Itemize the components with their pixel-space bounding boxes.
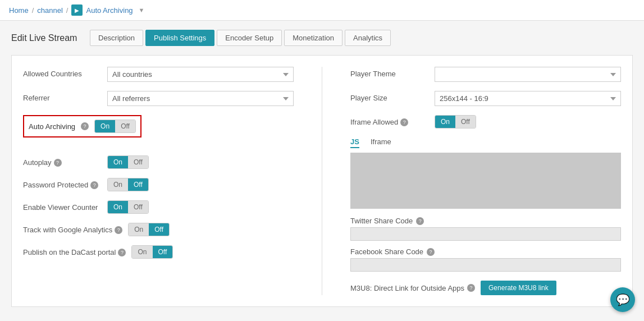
breadcrumb-stream[interactable]: Auto Archiving bbox=[86, 6, 133, 15]
form-area: Allowed Countries All countries Referrer… bbox=[11, 55, 633, 307]
google-analytics-off-btn[interactable]: Off bbox=[149, 223, 169, 236]
password-off-btn[interactable]: Off bbox=[128, 178, 148, 191]
twitter-share-input[interactable] bbox=[350, 227, 621, 241]
twitter-help-icon: ? bbox=[416, 217, 424, 225]
m3u8-help-icon: ? bbox=[467, 284, 475, 292]
iframe-allowed-label: Iframe Allowed ? bbox=[350, 115, 429, 126]
breadcrumb-bar: Home / channel / ▶ Auto Archiving ▼ bbox=[0, 0, 644, 21]
dacast-portal-on-btn[interactable]: On bbox=[132, 246, 152, 258]
google-analytics-help-icon: ? bbox=[115, 226, 122, 234]
player-size-select[interactable]: 256x144 - 16:9 bbox=[435, 91, 621, 106]
dacast-portal-off-btn[interactable]: Off bbox=[153, 246, 173, 258]
dacast-portal-row: Publish on the DaCast portal ? On Off bbox=[23, 245, 294, 259]
tab-encoder-setup[interactable]: Encoder Setup bbox=[217, 30, 282, 46]
viewer-counter-label: Enable Viewer Counter bbox=[23, 200, 102, 212]
autoplay-off-btn[interactable]: Off bbox=[128, 156, 148, 168]
password-protected-row: Password Protected ? On Off bbox=[23, 178, 294, 191]
auto-archiving-row: Auto Archiving ? On Off bbox=[23, 115, 294, 146]
referrer-wrap: All referrers bbox=[107, 91, 294, 106]
player-size-wrap: 256x144 - 16:9 bbox=[435, 91, 621, 106]
autoplay-on-btn[interactable]: On bbox=[108, 156, 128, 168]
breadcrumb-sep2: / bbox=[66, 6, 68, 15]
embed-tab-js[interactable]: JS bbox=[350, 137, 359, 148]
tab-buttons: Description Publish Settings Encoder Set… bbox=[90, 30, 391, 46]
autoplay-row: Autoplay ? On Off bbox=[23, 155, 294, 169]
password-protected-label: Password Protected ? bbox=[23, 178, 102, 189]
player-size-row: Player Size 256x144 - 16:9 bbox=[350, 91, 621, 106]
dacast-portal-toggle: On Off bbox=[131, 245, 173, 259]
autoplay-help-icon: ? bbox=[54, 159, 62, 167]
referrer-label: Referrer bbox=[23, 91, 102, 102]
column-divider bbox=[322, 67, 322, 295]
autoplay-label: Autoplay ? bbox=[23, 155, 102, 167]
main-content: Edit Live Stream Description Publish Set… bbox=[0, 21, 644, 316]
dacast-portal-help-icon: ? bbox=[118, 249, 126, 256]
facebook-share-input[interactable] bbox=[350, 258, 621, 272]
facebook-help-icon: ? bbox=[427, 248, 435, 256]
autoplay-toggle: On Off bbox=[107, 155, 149, 169]
password-on-btn[interactable]: On bbox=[108, 178, 128, 191]
generate-m3u8-button[interactable]: Generate M3U8 link bbox=[481, 281, 556, 295]
play-icon: ▶ bbox=[71, 4, 83, 16]
page-title: Edit Live Stream bbox=[11, 33, 84, 43]
google-analytics-on-btn[interactable]: On bbox=[129, 223, 149, 236]
iframe-off-btn[interactable]: Off bbox=[455, 116, 476, 128]
breadcrumb-channel[interactable]: channel bbox=[37, 6, 63, 15]
player-theme-label: Player Theme bbox=[350, 67, 429, 78]
facebook-share-label: Facebook Share Code ? bbox=[350, 247, 621, 256]
player-theme-row: Player Theme bbox=[350, 67, 621, 82]
allowed-countries-wrap: All countries bbox=[107, 67, 294, 82]
auto-archiving-help-icon: ? bbox=[81, 122, 89, 130]
iframe-allowed-row: Iframe Allowed ? On Off bbox=[350, 115, 621, 129]
auto-archiving-on-btn[interactable]: On bbox=[95, 120, 115, 132]
auto-archiving-off-btn[interactable]: Off bbox=[115, 120, 135, 132]
left-column: Allowed Countries All countries Referrer… bbox=[23, 67, 294, 295]
m3u8-label: M3U8: Direct Link for Outside Apps ? bbox=[350, 284, 475, 292]
viewer-counter-toggle: On Off bbox=[107, 200, 149, 214]
allowed-countries-select[interactable]: All countries bbox=[107, 67, 294, 82]
embed-tab-iframe[interactable]: Iframe bbox=[371, 137, 391, 148]
auto-archiving-highlight: Auto Archiving ? On Off bbox=[23, 115, 141, 137]
iframe-on-btn[interactable]: On bbox=[435, 116, 455, 128]
referrer-row: Referrer All referrers bbox=[23, 91, 294, 106]
m3u8-row: M3U8: Direct Link for Outside Apps ? Gen… bbox=[350, 281, 621, 295]
viewer-counter-off-btn[interactable]: Off bbox=[128, 201, 148, 213]
google-analytics-label: Track with Google Analytics ? bbox=[23, 223, 122, 234]
player-size-label: Player Size bbox=[350, 91, 429, 102]
password-help-icon: ? bbox=[90, 181, 98, 189]
iframe-help-icon: ? bbox=[400, 118, 408, 126]
player-theme-wrap bbox=[435, 67, 621, 82]
password-protected-toggle: On Off bbox=[107, 178, 149, 191]
tab-monetization[interactable]: Monetization bbox=[284, 30, 342, 46]
embed-tabs: JS Iframe bbox=[350, 137, 621, 148]
breadcrumb-dropdown-arrow[interactable]: ▼ bbox=[139, 7, 145, 13]
google-analytics-toggle: On Off bbox=[128, 223, 170, 236]
viewer-counter-on-btn[interactable]: On bbox=[108, 201, 128, 213]
chat-bubble[interactable]: 💬 bbox=[610, 287, 635, 312]
embed-preview bbox=[350, 153, 621, 209]
allowed-countries-label: Allowed Countries bbox=[23, 67, 102, 78]
iframe-allowed-toggle: On Off bbox=[435, 115, 476, 129]
viewer-counter-row: Enable Viewer Counter On Off bbox=[23, 200, 294, 214]
auto-archiving-label: Auto Archiving bbox=[29, 122, 75, 131]
allowed-countries-row: Allowed Countries All countries bbox=[23, 67, 294, 82]
referrer-select[interactable]: All referrers bbox=[107, 91, 294, 106]
edit-header: Edit Live Stream Description Publish Set… bbox=[11, 30, 633, 46]
breadcrumb-home[interactable]: Home bbox=[9, 6, 29, 15]
tab-analytics[interactable]: Analytics bbox=[345, 30, 391, 46]
player-theme-select[interactable] bbox=[435, 67, 621, 82]
right-column: Player Theme Player Size 256x144 - 16:9 bbox=[350, 67, 621, 295]
tab-description[interactable]: Description bbox=[90, 30, 143, 46]
dacast-portal-label: Publish on the DaCast portal ? bbox=[23, 245, 126, 256]
twitter-share-label: Twitter Share Code ? bbox=[350, 217, 621, 225]
auto-archiving-toggle: On Off bbox=[94, 120, 136, 133]
google-analytics-row: Track with Google Analytics ? On Off bbox=[23, 223, 294, 236]
breadcrumb-sep1: / bbox=[32, 6, 34, 15]
tab-publish-settings[interactable]: Publish Settings bbox=[145, 30, 214, 46]
